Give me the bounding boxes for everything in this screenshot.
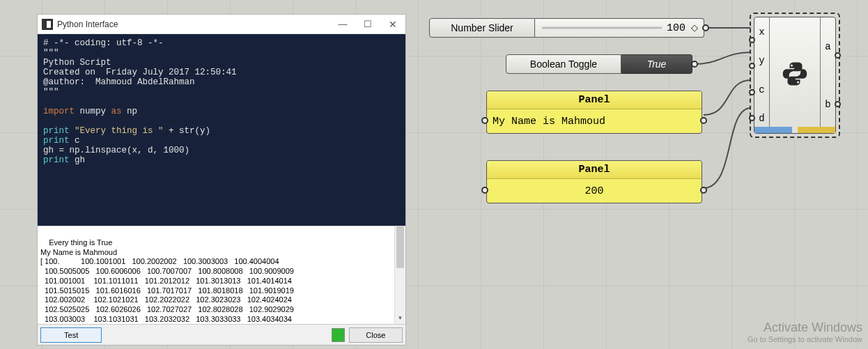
minimize-button[interactable]: — bbox=[330, 15, 355, 34]
slider-handle-icon[interactable]: ◇ bbox=[691, 22, 698, 33]
toggle-value[interactable]: True bbox=[621, 54, 692, 74]
panel-component-2[interactable]: Panel 200 bbox=[486, 160, 702, 203]
watermark-title: Activate Windows bbox=[747, 320, 862, 335]
slider-output-port[interactable] bbox=[702, 24, 709, 31]
output-scrollbar[interactable]: ▲ ▼ bbox=[394, 226, 405, 324]
watermark-subtitle: Go to Settings to activate Window bbox=[747, 335, 862, 343]
windows-activation-watermark: Activate Windows Go to Settings to activ… bbox=[747, 320, 862, 343]
output-ports: ab bbox=[820, 17, 835, 133]
input-port-x[interactable] bbox=[749, 37, 755, 43]
maximize-button[interactable]: ☐ bbox=[355, 15, 380, 34]
python-script-component[interactable]: xycd ab bbox=[750, 13, 840, 138]
panel-output-port[interactable] bbox=[700, 187, 707, 194]
scroll-thumb[interactable] bbox=[396, 226, 404, 268]
panel-title: Panel bbox=[487, 161, 702, 179]
toggle-output-port[interactable] bbox=[691, 61, 698, 68]
panel-title: Panel bbox=[487, 91, 702, 109]
input-port-y[interactable] bbox=[749, 63, 755, 69]
port-label-y: y bbox=[759, 55, 764, 66]
bottom-toolbar: Test Close bbox=[38, 324, 405, 345]
app-icon bbox=[42, 19, 53, 30]
scroll-down-icon[interactable]: ▼ bbox=[395, 313, 405, 324]
test-button[interactable]: Test bbox=[40, 327, 102, 343]
panel-input-port[interactable] bbox=[481, 187, 488, 194]
python-interface-window: Python Interface — ☐ ✕ # -*- coding: utf… bbox=[37, 14, 406, 346]
output-text: Every thing is True My Name is Mahmoud [… bbox=[40, 238, 294, 324]
status-indicator-icon bbox=[332, 328, 345, 342]
panel-input-port[interactable] bbox=[481, 117, 488, 124]
input-ports: xycd bbox=[754, 17, 770, 133]
slider-label: Number Slider bbox=[429, 18, 535, 38]
output-port-a[interactable] bbox=[835, 52, 841, 59]
close-window-button[interactable]: ✕ bbox=[380, 15, 405, 34]
window-title: Python Interface bbox=[57, 20, 118, 29]
toggle-label: Boolean Toggle bbox=[506, 54, 621, 74]
titlebar[interactable]: Python Interface — ☐ ✕ bbox=[38, 15, 405, 34]
number-slider-component[interactable]: Number Slider 100 ◇ bbox=[429, 18, 704, 38]
slider-track[interactable]: 100 ◇ bbox=[535, 18, 704, 38]
boolean-toggle-component[interactable]: Boolean Toggle True bbox=[506, 54, 692, 74]
port-label-a: a bbox=[825, 41, 830, 52]
panel-output-port[interactable] bbox=[700, 117, 707, 124]
port-label-c: c bbox=[759, 84, 764, 95]
slider-value: 100 bbox=[667, 22, 685, 34]
panel-value[interactable]: 200 bbox=[487, 179, 702, 203]
port-label-b: b bbox=[825, 99, 830, 110]
close-button[interactable]: Close bbox=[349, 327, 403, 343]
panel-component-1[interactable]: Panel My Name is Mahmoud bbox=[486, 91, 702, 134]
port-label-x: x bbox=[759, 26, 764, 38]
input-port-d[interactable] bbox=[749, 115, 755, 121]
input-port-c[interactable] bbox=[749, 89, 755, 95]
code-editor[interactable]: # -*- coding: utf-8 -*-"""Python ScriptC… bbox=[38, 34, 405, 226]
python-logo-icon bbox=[770, 17, 820, 133]
port-label-d: d bbox=[759, 113, 764, 124]
panel-value[interactable]: My Name is Mahmoud bbox=[487, 109, 702, 133]
output-port-b[interactable] bbox=[835, 101, 841, 107]
output-console[interactable]: Every thing is True My Name is Mahmoud [… bbox=[38, 226, 405, 324]
